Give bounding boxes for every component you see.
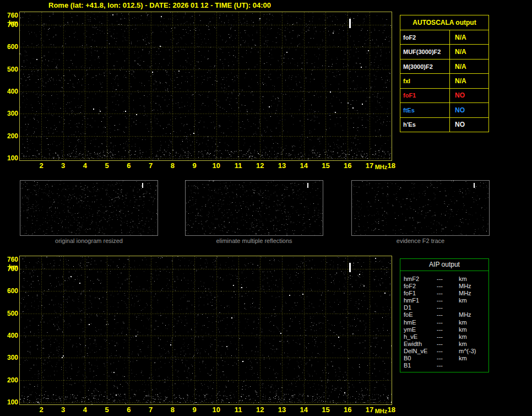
top-ionogram-y-tick-label: 200	[0, 132, 18, 140]
aip-param-unit	[459, 362, 488, 369]
aip-param-unit: km	[459, 326, 488, 333]
autoscala-table-rows: foF2N/AMUF(3000)F2N/AM(3000)F2N/AfxIN/Af…	[400, 30, 488, 132]
aip-param-unit: km	[459, 355, 488, 362]
aip-row: DelN_vE---m^(-3)	[400, 348, 488, 355]
top-ionogram-x-tick-label: 16	[339, 162, 356, 170]
autoscala-row: foF1NO	[400, 88, 488, 102]
bottom-ionogram-x-tick-label: 16	[339, 406, 356, 414]
aip-param-value: ---	[437, 355, 459, 362]
aip-row: B0---km	[400, 355, 488, 362]
top-ionogram-x-tick-label: 3	[55, 162, 72, 170]
aip-param-unit: MHz	[459, 311, 488, 318]
top-ionogram-y-axis-max-label: 760	[0, 12, 18, 19]
bottom-ionogram-x-tick-label: 5	[99, 406, 115, 414]
top-ionogram-x-tick-label: 13	[274, 162, 290, 170]
autoscala-param-value: NO	[450, 89, 488, 102]
aip-param-label: h_vE	[404, 333, 437, 341]
top-ionogram-x-tick-label: 2	[33, 162, 50, 170]
autoscala-param-label: h'Es	[400, 118, 450, 132]
thumbnail-evidence-f2-trace-canvas	[352, 181, 489, 235]
autoscala-row: M(3000)F2N/A	[400, 59, 488, 73]
thumbnail-caption-reflections: eliminate multiple reflections	[185, 237, 323, 244]
bottom-ionogram-y-axis-max-label: 760	[0, 256, 18, 263]
aip-row: hmF1---km	[400, 297, 488, 304]
top-ionogram-x-tick-label: 10	[208, 162, 225, 170]
autoscala-param-label: MUF(3000)F2	[400, 45, 450, 58]
bottom-ionogram-x-tick-label: 6	[121, 406, 137, 414]
bottom-ionogram-x-tick-label: 4	[77, 406, 93, 414]
top-ionogram-x-tick-label: 8	[164, 162, 181, 170]
autoscala-row: ftEsNO	[400, 102, 488, 117]
bottom-ionogram-x-tick-label: 13	[274, 406, 290, 414]
aip-row: foE---MHz	[400, 311, 488, 318]
aip-param-value: ---	[437, 290, 459, 297]
bottom-ionogram-x-tick-label: 3	[55, 406, 72, 414]
autoscala-param-value: N/A	[450, 74, 488, 88]
aip-row: Ewidth---km	[400, 341, 488, 348]
top-ionogram-y-tick-label: 700	[0, 21, 18, 29]
bottom-ionogram-canvas	[20, 256, 392, 404]
top-ionogram-y-tick-label: 500	[0, 66, 18, 73]
autoscala-param-value: N/A	[450, 30, 488, 44]
aip-param-value: ---	[437, 333, 459, 341]
thumbnail-caption-original: original ionogram resized	[20, 237, 158, 244]
bottom-ionogram-panel	[19, 256, 392, 405]
aip-param-value: ---	[437, 348, 459, 355]
top-ionogram-x-tick-label: 11	[230, 162, 247, 170]
aip-param-label: hmE	[404, 319, 437, 326]
thumbnail-original-ionogram-canvas	[20, 181, 158, 235]
top-ionogram-x-tick-label: 5	[99, 162, 115, 170]
top-ionogram-y-tick-label: 100	[0, 154, 18, 162]
autoscala-row: foF2N/A	[400, 30, 488, 44]
aip-param-unit: km	[459, 341, 488, 348]
aip-param-label: B0	[404, 355, 437, 362]
aip-row: D1---	[400, 304, 488, 311]
autoscala-param-value: N/A	[450, 45, 488, 58]
aip-row: hmE---km	[400, 319, 488, 326]
top-ionogram-y-tick-label: 600	[0, 43, 18, 51]
aip-output-table: AIP output hmF2---kmfoF2---MHzfoF1---MHz…	[400, 258, 489, 372]
top-ionogram-x-tick-label: 9	[186, 162, 203, 170]
top-ionogram-x-tick-label: 12	[252, 162, 268, 170]
aip-param-label: foF2	[404, 283, 437, 290]
top-ionogram-canvas	[20, 12, 392, 160]
bottom-ionogram-x-tick-label: 11	[230, 406, 247, 414]
autoscala-row: fxIN/A	[400, 73, 488, 88]
aip-param-unit: km	[459, 297, 488, 304]
top-ionogram-panel	[19, 12, 392, 161]
aip-row: ymE---km	[400, 326, 488, 333]
aip-param-value: ---	[437, 341, 459, 348]
bottom-ionogram-x-axis-unit: MHz	[372, 408, 390, 415]
top-ionogram-x-axis-unit: MHz	[372, 164, 390, 171]
aip-param-value: ---	[437, 319, 459, 326]
aip-param-unit: km	[459, 319, 488, 326]
aip-row: hmF2---km	[400, 275, 488, 283]
autoscala-row: MUF(3000)F2N/A	[400, 44, 488, 58]
aip-param-unit: km	[459, 275, 488, 283]
aip-param-label: Ewidth	[404, 341, 437, 348]
thumbnail-eliminate-reflections	[185, 180, 323, 236]
aip-row: h_vE---km	[400, 333, 488, 341]
bottom-ionogram-x-tick-label: 12	[252, 406, 268, 414]
bottom-ionogram-y-tick-label: 700	[0, 265, 18, 273]
bottom-ionogram-y-tick-label: 600	[0, 287, 18, 295]
aip-param-label: ymE	[404, 326, 437, 333]
aip-param-label: D1	[404, 304, 437, 311]
bottom-ionogram-x-tick-label: 8	[164, 406, 181, 414]
bottom-ionogram-y-tick-label: 400	[0, 332, 18, 339]
thumbnail-caption-f2-trace: evidence F2 trace	[351, 237, 490, 244]
thumbnail-evidence-f2-trace	[351, 180, 490, 236]
aip-param-label: foF1	[404, 290, 437, 297]
aip-param-value: ---	[437, 311, 459, 318]
bottom-ionogram-x-tick-label: 14	[296, 406, 312, 414]
bottom-ionogram-x-tick-label: 7	[143, 406, 159, 414]
aip-param-label: foE	[404, 311, 437, 318]
aip-param-value: ---	[437, 297, 459, 304]
aip-param-label: DelN_vE	[404, 348, 437, 355]
autoscala-row: h'EsNO	[400, 117, 488, 132]
autoscala-param-label: foF2	[400, 30, 450, 44]
bottom-ionogram-y-tick-label: 500	[0, 310, 18, 317]
top-ionogram-x-tick-label: 14	[296, 162, 312, 170]
bottom-ionogram-x-tick-label: 9	[186, 406, 203, 414]
aip-param-label: hmF2	[404, 275, 437, 283]
